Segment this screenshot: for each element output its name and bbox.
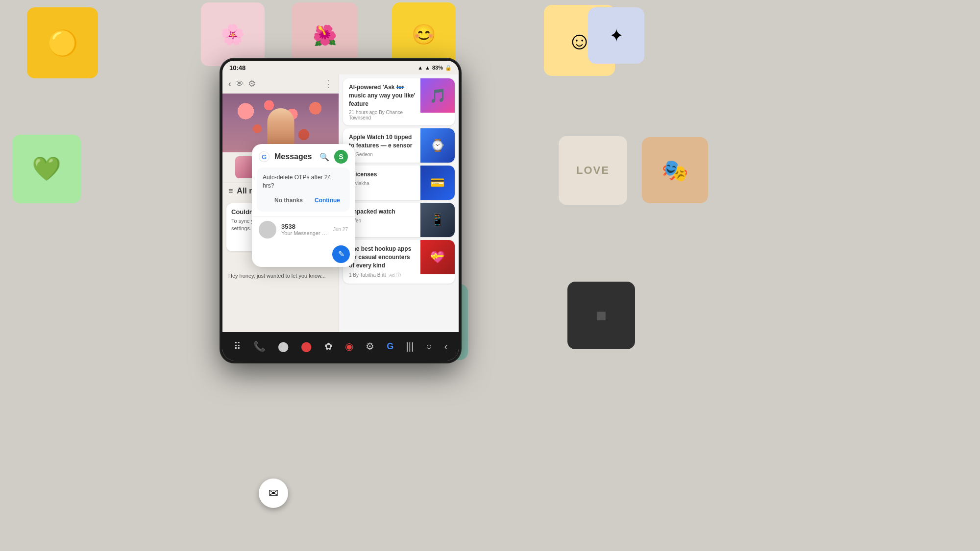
- news-card-unpacked-image: 📱: [420, 203, 455, 237]
- news-card-watch[interactable]: Apple Watch 10 tipped to features — e se…: [343, 128, 455, 163]
- otp-dialog: Auto-delete OTPs after 24 hrs? No thanks…: [257, 168, 350, 212]
- news-card-hookup[interactable]: The best hookup apps for casual encounte…: [343, 240, 455, 283]
- multitask-icon[interactable]: |||: [406, 341, 414, 352]
- sticker-dark-right: ■: [567, 282, 635, 349]
- otp-buttons: No thanks Continue: [263, 195, 344, 206]
- messages-title: Messages: [274, 152, 315, 161]
- battery-label: 83%: [432, 65, 443, 71]
- status-time: 10:48: [229, 64, 245, 72]
- news-card-hookup-meta: 1 By Tabitha Britt Ad ⓘ: [349, 272, 416, 279]
- sticker-love: LOVE: [559, 136, 627, 205]
- news-card-unpacked-meta: a Yeo: [349, 218, 416, 223]
- messages-popup: G Messages 🔍 S Auto-delete OTPs after 24…: [252, 144, 355, 267]
- news-card-watch-image: ⌚: [420, 128, 455, 163]
- flowers-icon[interactable]: ✿: [324, 340, 333, 352]
- compose-area: ✎: [252, 242, 355, 267]
- note-photo: [222, 94, 339, 152]
- status-bar: 10:48 ▲ ▲ 83% 🔒: [222, 61, 459, 74]
- news-card-license-meta: Navlakha: [349, 181, 416, 186]
- strikethrough-text: for: [396, 84, 404, 91]
- messages-avatar[interactable]: S: [334, 150, 348, 164]
- messages-header: G Messages 🔍 S: [252, 144, 355, 168]
- sticker-green-left: 💚: [12, 135, 81, 203]
- google-logo: G: [259, 151, 270, 162]
- news-card-music-content: AI-powered 'Ask for music any way you li…: [343, 78, 420, 125]
- signal-icon: ▲: [417, 65, 423, 71]
- phone-icon[interactable]: 📞: [253, 340, 266, 352]
- news-card-watch-meta: rly Gedeon: [349, 152, 416, 157]
- settings-nav-icon[interactable]: ⚙: [366, 340, 374, 352]
- compose-button[interactable]: ✎: [332, 245, 350, 263]
- news-card-hookup-title: The best hookup apps for casual encounte…: [349, 245, 416, 269]
- ad-icon: ⓘ: [396, 272, 401, 278]
- wall-background: [0, 0, 980, 551]
- news-card-license-image: 💳: [420, 166, 455, 200]
- battery-icon: 🔒: [445, 65, 452, 71]
- status-icons: ▲ ▲ 83% 🔒: [417, 65, 452, 71]
- otp-no-button[interactable]: No thanks: [270, 195, 307, 206]
- sticker-blue-dots: ✦: [588, 7, 644, 64]
- message-preview: Your Messenger verificati...: [281, 230, 328, 236]
- news-feed: AI-powered 'Ask for music any way you li…: [339, 74, 459, 332]
- news-card-license-title: s licenses: [349, 170, 416, 179]
- news-card-unpacked[interactable]: Unpacked watch a Yeo 📱: [343, 203, 455, 237]
- wifi-icon: ▲: [425, 65, 430, 71]
- news-card-music-meta: 21 hours ago By Chance Townsend: [349, 110, 416, 120]
- home-icon[interactable]: ○: [426, 341, 432, 352]
- message-content: 3538 Your Messenger verificati...: [281, 223, 328, 236]
- more-icon[interactable]: ⋮: [324, 78, 333, 89]
- otp-text: Auto-delete OTPs after 24 hrs?: [263, 173, 344, 190]
- news-card-license[interactable]: s licenses Navlakha 💳: [343, 166, 455, 200]
- phone-screen: 10:48 ▲ ▲ 83% 🔒 ‹ 👁 ⚙ ⋮: [222, 61, 459, 360]
- sticker-orange-face: 🎭: [642, 137, 708, 203]
- note-preview[interactable]: Hey honey, just wanted to let you know..…: [222, 267, 339, 284]
- news-card-music-title: AI-powered 'Ask for music any way you li…: [349, 83, 416, 108]
- messages-search-icon[interactable]: 🔍: [319, 152, 329, 162]
- news-card-music-image: 🎵: [420, 78, 455, 113]
- camera-icon[interactable]: ⬤: [301, 340, 312, 352]
- message-avatar: [259, 221, 276, 239]
- message-date: Jun 27: [333, 227, 348, 232]
- apps-icon[interactable]: ⠿: [234, 340, 241, 352]
- sticker-pacman: 🟡: [27, 7, 98, 78]
- message-sender: 3538: [281, 223, 328, 230]
- message-row[interactable]: 3538 Your Messenger verificati... Jun 27: [252, 216, 355, 242]
- floating-mail-notification[interactable]: ✉: [259, 479, 288, 508]
- note-preview-text: Hey honey, just wanted to let you know..…: [228, 272, 333, 280]
- news-card-music[interactable]: AI-powered 'Ask for music any way you li…: [343, 78, 455, 125]
- chrome-icon[interactable]: ⬤: [278, 340, 289, 352]
- otp-continue-button[interactable]: Continue: [311, 195, 344, 206]
- bottom-nav: ⠿ 📞 ⬤ ⬤ ✿ ◉ ⚙ G ||| ○ ‹: [222, 332, 459, 360]
- google-nav-icon[interactable]: G: [387, 341, 393, 352]
- instagram-icon[interactable]: ◉: [345, 340, 353, 352]
- settings-icon[interactable]: ⚙: [248, 78, 256, 89]
- notes-header: ‹ 👁 ⚙ ⋮: [222, 74, 339, 94]
- sticker-yellow-case: 😊: [392, 2, 456, 66]
- back-nav-icon[interactable]: ‹: [444, 341, 448, 352]
- menu-icon: ≡: [228, 187, 233, 195]
- news-card-unpacked-title: Unpacked watch: [349, 208, 416, 216]
- news-card-watch-title: Apple Watch 10 tipped to features — e se…: [349, 133, 416, 150]
- news-card-hookup-image: 💝: [420, 240, 455, 274]
- ad-badge: Ad: [389, 273, 394, 278]
- eye-icon[interactable]: 👁: [235, 79, 244, 89]
- back-button[interactable]: ‹: [228, 79, 231, 89]
- sticker-pink-case: 🌸: [201, 2, 265, 66]
- phone-device: 10:48 ▲ ▲ 83% 🔒 ‹ 👁 ⚙ ⋮: [220, 59, 461, 362]
